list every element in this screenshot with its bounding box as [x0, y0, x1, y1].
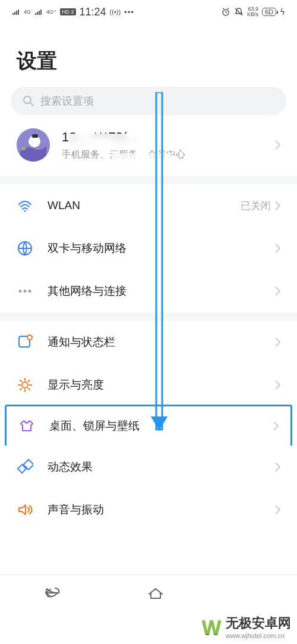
row-sim[interactable]: 双卡与移动网络 [0, 227, 297, 270]
watermark: W 无极安卓网 www.wjhotel.com.cn [202, 614, 291, 639]
row-sound[interactable]: 声音与振动 [0, 488, 297, 531]
chevron-right-icon [273, 421, 279, 431]
svg-point-6 [24, 210, 26, 212]
motion-icon [17, 459, 33, 475]
svg-point-8 [19, 290, 22, 293]
net-label-2: 4G⁺ [46, 9, 56, 15]
row-label: 显示与亮度 [48, 377, 274, 393]
row-label: 双卡与移动网络 [48, 241, 274, 256]
nav-bar: ○ [0, 575, 297, 611]
wifi-icon [17, 197, 33, 214]
privacy-blur-2 [112, 153, 171, 166]
row-value: 已关闭 [241, 199, 271, 213]
row-other-net[interactable]: 其他网络与连接 [0, 270, 297, 312]
svg-point-9 [24, 290, 27, 293]
status-bar: 4G 4G⁺ HD 2 11:24 ((•)) ••• 63.9KB/s 6D … [0, 0, 297, 24]
hd-badge: HD 2 [60, 8, 76, 15]
avatar [17, 128, 50, 162]
row-display[interactable]: 显示与亮度 [0, 364, 297, 406]
row-wlan[interactable]: WLAN 已关闭 [0, 184, 297, 227]
alarm-icon [221, 7, 230, 17]
dots-icon [17, 283, 33, 299]
bell-off-icon [234, 7, 244, 17]
chevron-right-icon [274, 286, 280, 296]
net-speed: 63.9KB/s [247, 7, 258, 17]
search-input[interactable]: 搜索设置项 [11, 87, 286, 115]
chevron-right-icon [274, 243, 280, 254]
signal-4g-1 [12, 8, 20, 15]
svg-point-10 [29, 290, 31, 293]
row-label: WLAN [48, 199, 241, 212]
brightness-icon [17, 377, 33, 393]
page-title: 设置 [0, 24, 297, 87]
nav-back[interactable] [42, 586, 62, 600]
chevron-right-icon [274, 380, 280, 390]
hotspot-icon: ((•)) [110, 8, 121, 15]
chevron-right-icon [274, 140, 280, 150]
svg-point-5 [22, 147, 26, 150]
chevron-right-icon [274, 462, 280, 472]
globe-icon [17, 240, 33, 257]
watermark-url: www.wjhotel.com.cn [226, 632, 291, 639]
svg-rect-4 [32, 134, 38, 138]
search-icon [23, 95, 34, 107]
row-label: 通知与状态栏 [48, 334, 274, 350]
privacy-blur [68, 134, 175, 150]
shirt-icon [18, 418, 35, 434]
row-motion[interactable]: 动态效果 [0, 446, 297, 488]
signal-4g-2 [34, 8, 43, 15]
sound-icon [17, 501, 33, 518]
chevron-right-icon [274, 504, 280, 515]
row-label: 其他网络与连接 [48, 283, 274, 299]
row-label: 动态效果 [48, 459, 274, 475]
chevron-right-icon [274, 337, 280, 348]
clock: 11:24 [80, 6, 106, 18]
nav-home[interactable] [147, 586, 165, 600]
row-label: 桌面、锁屏与壁纸 [49, 418, 273, 434]
row-notifications[interactable]: 通知与状态栏 [0, 321, 297, 364]
watermark-brand: 无极安卓网 [226, 614, 291, 632]
battery-icon: 6D [262, 8, 276, 16]
svg-point-13 [22, 382, 28, 388]
svg-point-1 [24, 96, 31, 103]
search-placeholder: 搜索设置项 [40, 94, 94, 108]
svg-point-12 [27, 335, 32, 340]
more-icon: ••• [124, 8, 134, 17]
charging-icon: ϟ [280, 7, 285, 17]
net-label-1: 4G [24, 9, 31, 15]
chevron-right-icon [274, 200, 280, 211]
row-label: 声音与振动 [48, 502, 274, 517]
notification-icon [17, 334, 33, 351]
watermark-logo: W [202, 615, 221, 639]
row-wallpaper[interactable]: 桌面、锁屏与壁纸 [5, 405, 292, 447]
